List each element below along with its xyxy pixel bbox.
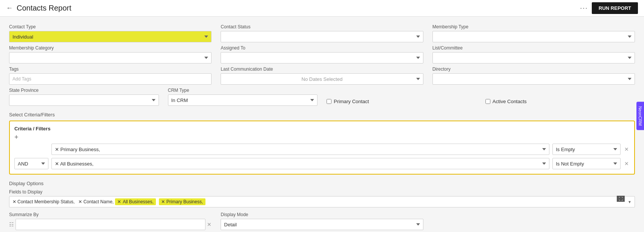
field-tag-x-4[interactable]: ✕ [161, 199, 165, 204]
membership-type-label: Membership Type [432, 24, 635, 29]
bottom-row: Summarize By ☷ ✕ Add Summarize By Displa… [9, 212, 635, 232]
field-tag-x-2[interactable]: ✕ [78, 199, 82, 204]
filter-row-1: Contact Type Individual Organization Hou… [9, 24, 635, 42]
list-committee-label: List/Committee [432, 45, 635, 51]
display-mode-select[interactable]: Detail Summary [221, 219, 423, 230]
field-tag-all-businesses: ✕ All Businesses, [115, 198, 156, 205]
filter-row-3: Tags Add Tags Last Communication Date No… [9, 67, 635, 85]
directory-select[interactable] [432, 73, 635, 85]
tags-label: Tags [9, 67, 212, 72]
criteria-section-title: Select Criteria/Filters [9, 112, 635, 118]
fields-display-wrapper: ✕ Contact Membership Status, ✕ Contact N… [9, 196, 635, 207]
display-mode-group: Display Mode Detail Summary [221, 212, 423, 230]
criteria-row-2-remove-button[interactable]: ✕ [624, 160, 630, 167]
criteria-row-2: AND OR ✕ All Businesses, Is Not Empty Is… [14, 158, 630, 169]
summarize-by-input[interactable] [16, 219, 205, 230]
more-options-button[interactable]: ··· [580, 4, 588, 12]
active-contacts-label: Active Contacts [493, 99, 527, 104]
field-tag-primary-business: ✕ Primary Business, [159, 198, 205, 205]
primary-contact-group: Primary Contact [327, 99, 476, 106]
criteria-box-title: Criteria / Filters [14, 126, 630, 131]
criteria-row-2-operator-select[interactable]: AND OR [14, 158, 48, 169]
tags-placeholder: Add Tags [12, 76, 31, 82]
membership-type-select[interactable] [432, 31, 635, 42]
field-tag-x-3[interactable]: ✕ [117, 199, 121, 204]
contact-status-label: Contact Status [221, 24, 423, 29]
run-report-button[interactable]: RUN REPORT [592, 2, 638, 14]
right-sidebar[interactable]: NeonCRM [636, 102, 644, 130]
membership-category-group: Membership Category [9, 45, 212, 63]
field-tag-membership-status: ✕ Contact Membership Status, [12, 199, 75, 204]
primary-contact-checkbox[interactable] [327, 99, 331, 104]
main-content: Contact Type Individual Organization Hou… [0, 17, 644, 232]
crm-type-group: CRM Type In CRM Not In CRM All [168, 88, 318, 106]
state-province-label: State Province [9, 88, 159, 93]
criteria-row-2-condition-select[interactable]: Is Not Empty Is Empty Equals Not Equals [552, 158, 621, 169]
crm-type-select[interactable]: In CRM Not In CRM All [168, 94, 318, 106]
fields-expand-button[interactable]: ⛶ [617, 196, 625, 202]
membership-category-select[interactable] [9, 52, 212, 63]
header-left: ← Contacts Report [6, 4, 72, 12]
field-tag-x-1[interactable]: ✕ [12, 199, 16, 204]
summarize-by-group: Summarize By ☷ ✕ Add Summarize By [9, 212, 212, 232]
tags-input[interactable]: Add Tags [9, 73, 212, 85]
display-mode-section: Display Mode Detail Summary [221, 212, 423, 230]
assigned-to-label: Assigned To [221, 45, 423, 51]
field-tag-contact-name: ✕ Contact Name, [78, 199, 114, 204]
fields-display-box[interactable]: ✕ Contact Membership Status, ✕ Contact N… [9, 196, 635, 207]
drag-handle-icon: ☷ [9, 221, 14, 227]
crm-type-label: CRM Type [168, 88, 318, 93]
summarize-by-clear-button[interactable]: ✕ [207, 221, 212, 227]
active-contacts-group: Active Contacts [485, 99, 635, 106]
directory-label: Directory [432, 67, 635, 72]
assigned-to-select[interactable] [221, 52, 423, 63]
contact-type-label: Contact Type [9, 24, 212, 29]
primary-contact-label: Primary Contact [334, 99, 369, 104]
back-button[interactable]: ← [6, 4, 13, 12]
state-province-select[interactable] [9, 94, 159, 106]
summarize-by-label: Summarize By [9, 212, 212, 217]
filter-row-4: State Province CRM Type In CRM Not In CR… [9, 88, 635, 106]
contact-type-select[interactable]: Individual Organization Household [9, 31, 212, 42]
fields-to-display-label: Fields to Display [9, 189, 635, 195]
page-title: Contacts Report [17, 4, 72, 12]
filter-row-2: Membership Category Assigned To List/Com… [9, 45, 635, 63]
header-right: ··· RUN REPORT [580, 2, 638, 14]
fields-to-display-group: Fields to Display ✕ Contact Membership S… [9, 189, 635, 207]
membership-category-label: Membership Category [9, 45, 212, 51]
membership-type-group: Membership Type [432, 24, 635, 42]
summarize-by-section: Summarize By ☷ ✕ Add Summarize By [9, 212, 212, 232]
tags-group: Tags Add Tags [9, 67, 212, 85]
summarize-by-input-row: ☷ ✕ [9, 219, 212, 230]
last-comm-date-label: Last Communication Date [221, 67, 423, 72]
criteria-row-1-condition-select[interactable]: Is Empty Is Not Empty Equals Not Equals [552, 144, 621, 155]
add-criteria-button[interactable]: + [14, 134, 19, 141]
display-mode-label: Display Mode [221, 212, 423, 217]
contact-status-select[interactable]: Active Inactive [221, 31, 423, 42]
list-committee-group: List/Committee [432, 45, 635, 63]
list-committee-select[interactable] [432, 52, 635, 63]
last-comm-date-group: Last Communication Date No Dates Selecte… [221, 67, 423, 85]
fields-dropdown-arrow-icon: ▼ [628, 200, 632, 204]
display-options-title: Display Options [9, 181, 635, 186]
last-comm-date-select[interactable]: No Dates Selected [221, 73, 423, 85]
directory-group: Directory [432, 67, 635, 85]
criteria-row-1-remove-button[interactable]: ✕ [624, 145, 630, 153]
active-contacts-checkbox[interactable] [485, 99, 490, 104]
criteria-row-1-field-select[interactable]: ✕ Primary Business, [51, 144, 549, 155]
assigned-to-group: Assigned To [221, 45, 423, 63]
state-province-group: State Province [9, 88, 159, 106]
criteria-box: Criteria / Filters + ✕ Primary Business,… [9, 121, 635, 175]
contact-status-group: Contact Status Active Inactive [221, 24, 423, 42]
criteria-row-1: ✕ Primary Business, Is Empty Is Not Empt… [14, 144, 630, 155]
criteria-row-2-field-select[interactable]: ✕ All Businesses, [51, 158, 549, 169]
header: ← Contacts Report ··· RUN REPORT [0, 0, 644, 17]
contact-type-group: Contact Type Individual Organization Hou… [9, 24, 212, 42]
